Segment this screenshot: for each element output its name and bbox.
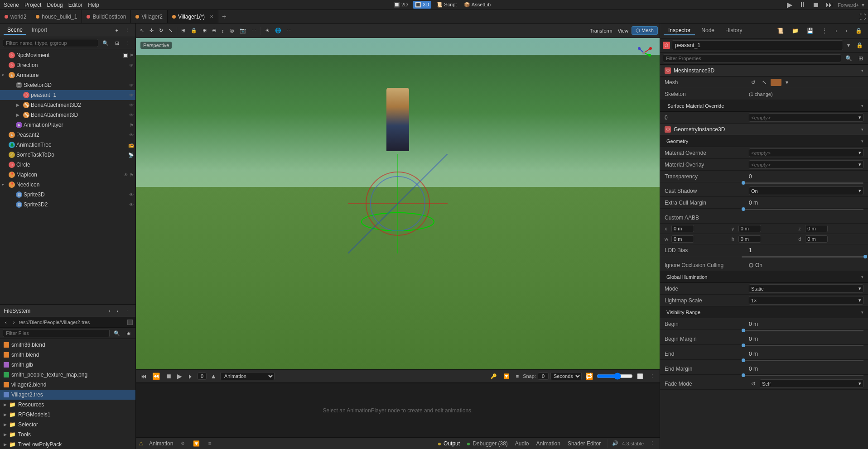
scene-options-btn[interactable]: ⋮ [122,26,132,34]
prop-surface-val-dropdown[interactable]: <empty> ▾ [749,113,863,122]
transparency-slider[interactable] [742,182,863,184]
y-input[interactable] [738,225,761,232]
extra-cull-slider[interactable] [742,209,863,210]
tree-sometask[interactable]: ✓ SomeTaskToDo 📡 [0,150,135,160]
tree-mapicon[interactable]: 📍 MapIcon 👁 ⚑ [0,170,135,180]
animation-tab[interactable]: Animation [535,439,562,448]
menu-help[interactable]: Help [88,2,99,8]
vis-peasant1[interactable]: 👁 [129,93,134,98]
inspector-left-btn[interactable]: ‹ [833,27,839,35]
bottom-filter-btn[interactable]: 🔽 [191,439,202,448]
fade-mode-reload-btn[interactable]: ↺ [749,380,758,388]
vis-sometask[interactable]: 📡 [128,153,134,158]
audio-tab[interactable]: Audio [513,439,531,448]
fs-file-smithpng[interactable]: smith_people_texture_map.png [0,370,135,380]
scene-search-input[interactable] [3,39,98,47]
mode-2d[interactable]: 🔲 2D [391,1,410,9]
inspector-folder-btn[interactable]: 📁 [790,27,801,35]
node-lock-btn[interactable]: 🔒 [854,41,865,49]
fs-file-smithglb[interactable]: smith.glb [0,360,135,370]
flag-mapicon[interactable]: ⚑ [130,172,134,177]
fs-filter-search[interactable]: 🔍 [111,330,122,337]
vis-boneatt2[interactable]: 👁 [129,103,134,108]
h-input[interactable] [738,235,761,243]
geometry-instance-header[interactable]: ⬡ GeometryInstance3D ▾ [660,124,868,135]
geometry-sub-header[interactable]: Geometry ▾ [660,135,868,147]
mode-3d[interactable]: 🔳 3D [413,1,431,9]
menu-editor[interactable]: Editor [68,2,82,8]
viewport-3d[interactable]: Perspective [136,38,660,369]
tree-peasant1[interactable]: ⬡ peasant_1 👁 [0,90,135,100]
menu-debug[interactable]: Debug [47,2,63,8]
grid-btn[interactable]: ⊞ [200,27,209,34]
output-tab[interactable]: Output [436,439,462,448]
tree-needicon[interactable]: ▾ 📍 NeedIcon [0,180,135,190]
prop-fade-mode-dropdown[interactable]: Self ▾ [760,379,863,388]
anim-loop-btn[interactable]: 🔁 [583,372,595,381]
bottom-options-btn[interactable]: ⋮ [647,439,657,447]
tree-boneatt3d2[interactable]: ▶ 🦴 BoneAttachment3D2 👁 [0,100,135,110]
bottom-tracks-btn[interactable]: ≡ [206,439,213,448]
fs-path-back[interactable]: ‹ [3,319,9,326]
tree-animplayer[interactable]: ▶ AnimationPlayer ⚑ [0,120,135,130]
anim-menu-btn[interactable]: ⋮ [647,373,657,380]
fs-file-villager2tres[interactable]: Villager2.tres [0,390,135,400]
import-tab[interactable]: Import [28,26,51,35]
filter-options-btn[interactable]: ⊞ [856,54,865,62]
more-btn[interactable]: ⋯ [249,27,259,34]
local-space-btn[interactable]: ↕ [219,27,227,34]
node-dropdown-btn[interactable]: ▾ [845,41,852,49]
scene-add-btn[interactable]: + [113,26,121,34]
vis-begin-slider[interactable] [742,330,863,331]
snap-toggle[interactable]: ⊞ [179,27,188,34]
gi-header[interactable]: Global Illumination ▾ [660,271,868,283]
fs-folder-rpgmodels[interactable]: ▶ 📁 RPGModels1 [0,410,135,420]
rotate-tool[interactable]: ↻ [157,27,165,34]
menu-project[interactable]: Project [24,2,41,8]
tree-boneatt3d[interactable]: ▶ 🦴 BoneAttachment3D 👁 [0,110,135,120]
tab-world2[interactable]: world2 [0,10,31,23]
flag-npcmoviment[interactable]: ⚑ [130,53,134,58]
fs-filter-input[interactable] [3,329,110,337]
tree-npcmoviment[interactable]: ○ NpcMoviment 🔲 ⚑ [0,50,135,60]
tab-villager1[interactable]: Villager1(*) ✕ [168,10,218,23]
tree-direction[interactable]: ○ Direction 👁 [0,60,135,70]
scene-search-btn[interactable]: 🔍 [100,39,111,47]
maximize-viewport-btn[interactable]: ⛶ [857,12,868,21]
inspector-save-btn[interactable]: 💾 [805,27,816,35]
vis-end-slider[interactable] [742,360,863,361]
mode-assetlib[interactable]: 📦 AssetLib [462,1,493,9]
prop-lightmap-scale-dropdown[interactable]: 1× ▾ [749,296,863,305]
vis-npcmoviment[interactable]: 🔲 [123,53,128,58]
prop-cast-shadow-dropdown[interactable]: On ▾ [749,186,863,195]
scene-tab[interactable]: Scene [4,26,26,35]
mesh-reload-btn[interactable]: ↺ [749,78,758,86]
tree-peasant2[interactable]: ▲ Peasant2 👁 [0,130,135,140]
anim-skip-start[interactable]: ⏮ [139,372,149,381]
fs-folder-treelowpoly[interactable]: ▶ 📁 TreeLowPolyPack [0,439,135,449]
imported-scene-label[interactable]: Animation [147,439,175,448]
z-input[interactable] [805,225,828,232]
anim-track-select[interactable]: Animation [220,372,275,380]
forward-dropdown[interactable]: ▾ [862,2,864,8]
tab-add-button[interactable]: + [218,13,230,21]
w-input[interactable] [671,235,694,243]
transform-btn[interactable]: Transform [588,27,615,34]
stop-button[interactable]: ⏹ [810,1,821,9]
visibility-range-header[interactable]: Visibility Range ▾ [660,306,868,318]
menu-scene[interactable]: Scene [4,2,19,8]
anim-play[interactable]: ⏵ [186,372,196,381]
tab-house-build[interactable]: house_build_1 [31,10,82,23]
node-tab[interactable]: Node [697,26,719,35]
mesh-expand-btn[interactable]: ⤡ [760,78,769,86]
tree-armature[interactable]: ▾ ▲ Armature [0,70,135,80]
fs-filter-options[interactable]: ⊞ [124,330,133,337]
fs-back-btn[interactable]: ‹ [106,307,113,315]
axis-btn[interactable]: ⊕ [210,27,218,34]
lod-slider[interactable] [742,256,863,258]
vis-begin-margin-slider[interactable] [742,345,863,346]
move-tool[interactable]: ✛ [147,27,156,34]
anim-stop[interactable]: ⏹ [164,372,174,381]
anim-zoom-slider[interactable] [597,373,633,380]
vis-sprite3d2[interactable]: 👁 [129,202,134,207]
